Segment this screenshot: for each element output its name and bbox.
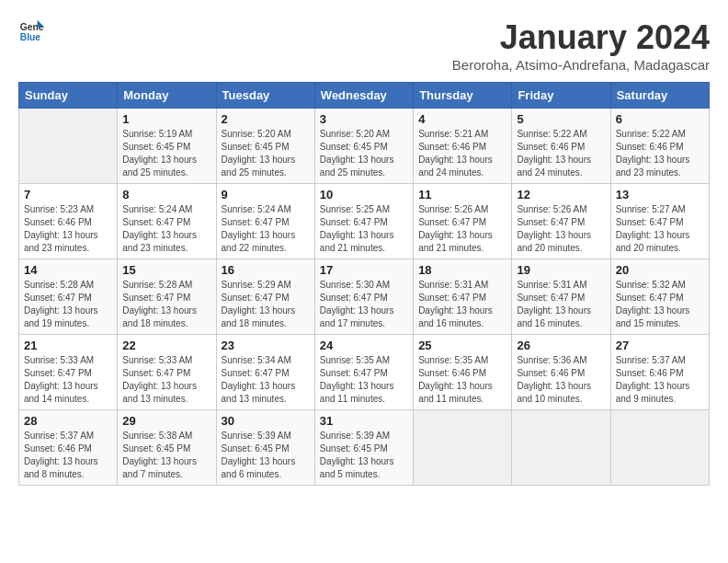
day-number: 24	[320, 339, 408, 352]
svg-text:Blue: Blue	[20, 32, 41, 42]
calendar-cell: 17Sunrise: 5:30 AM Sunset: 6:47 PM Dayli…	[314, 259, 413, 335]
day-info: Sunrise: 5:29 AM Sunset: 6:47 PM Dayligh…	[222, 279, 310, 330]
day-info: Sunrise: 5:25 AM Sunset: 6:47 PM Dayligh…	[320, 203, 408, 255]
calendar-week-row: 21Sunrise: 5:33 AM Sunset: 6:47 PM Dayli…	[19, 335, 710, 410]
day-number: 20	[616, 263, 704, 277]
calendar-cell: 10Sunrise: 5:25 AM Sunset: 6:47 PM Dayli…	[314, 184, 413, 259]
day-number: 5	[517, 112, 605, 126]
day-info: Sunrise: 5:28 AM Sunset: 6:47 PM Dayligh…	[24, 279, 112, 330]
calendar-cell: 9Sunrise: 5:24 AM Sunset: 6:47 PM Daylig…	[216, 184, 314, 259]
day-number: 10	[320, 188, 408, 201]
day-info: Sunrise: 5:30 AM Sunset: 6:47 PM Dayligh…	[320, 279, 408, 330]
day-number: 7	[24, 188, 112, 201]
calendar-cell: 13Sunrise: 5:27 AM Sunset: 6:47 PM Dayli…	[610, 184, 709, 259]
calendar-cell: 6Sunrise: 5:22 AM Sunset: 6:46 PM Daylig…	[610, 109, 709, 184]
calendar-cell: 5Sunrise: 5:22 AM Sunset: 6:46 PM Daylig…	[512, 109, 610, 184]
day-number: 25	[418, 339, 506, 352]
day-number: 4	[418, 112, 506, 126]
day-number: 23	[222, 339, 310, 352]
column-header-saturday: Saturday	[610, 83, 709, 109]
calendar-cell: 30Sunrise: 5:39 AM Sunset: 6:45 PM Dayli…	[216, 410, 314, 486]
day-info: Sunrise: 5:21 AM Sunset: 6:46 PM Dayligh…	[418, 128, 506, 179]
calendar-cell: 27Sunrise: 5:37 AM Sunset: 6:46 PM Dayli…	[610, 335, 709, 410]
calendar-header-row: SundayMondayTuesdayWednesdayThursdayFrid…	[19, 83, 710, 109]
day-info: Sunrise: 5:26 AM Sunset: 6:47 PM Dayligh…	[418, 203, 506, 255]
day-number: 18	[418, 263, 506, 277]
calendar-cell: 12Sunrise: 5:26 AM Sunset: 6:47 PM Dayli…	[512, 184, 610, 259]
day-info: Sunrise: 5:24 AM Sunset: 6:47 PM Dayligh…	[222, 203, 310, 255]
day-info: Sunrise: 5:24 AM Sunset: 6:47 PM Dayligh…	[122, 203, 210, 255]
calendar-cell: 19Sunrise: 5:31 AM Sunset: 6:47 PM Dayli…	[512, 259, 610, 335]
day-info: Sunrise: 5:26 AM Sunset: 6:47 PM Dayligh…	[517, 203, 605, 255]
calendar-cell: 14Sunrise: 5:28 AM Sunset: 6:47 PM Dayli…	[19, 259, 118, 335]
day-info: Sunrise: 5:31 AM Sunset: 6:47 PM Dayligh…	[517, 279, 605, 330]
column-header-friday: Friday	[512, 83, 610, 109]
day-number: 11	[418, 188, 506, 201]
calendar-cell: 4Sunrise: 5:21 AM Sunset: 6:46 PM Daylig…	[414, 109, 512, 184]
calendar-cell: 11Sunrise: 5:26 AM Sunset: 6:47 PM Dayli…	[414, 184, 512, 259]
calendar-cell: 2Sunrise: 5:20 AM Sunset: 6:45 PM Daylig…	[216, 109, 314, 184]
calendar-cell: 18Sunrise: 5:31 AM Sunset: 6:47 PM Dayli…	[414, 259, 512, 335]
calendar-cell: 8Sunrise: 5:24 AM Sunset: 6:47 PM Daylig…	[118, 184, 216, 259]
calendar-cell	[414, 410, 512, 486]
day-info: Sunrise: 5:33 AM Sunset: 6:47 PM Dayligh…	[122, 354, 210, 406]
day-info: Sunrise: 5:39 AM Sunset: 6:45 PM Dayligh…	[320, 430, 408, 481]
day-number: 26	[517, 339, 605, 352]
day-info: Sunrise: 5:27 AM Sunset: 6:47 PM Dayligh…	[616, 203, 704, 255]
calendar-cell: 22Sunrise: 5:33 AM Sunset: 6:47 PM Dayli…	[118, 335, 216, 410]
day-number: 28	[24, 414, 112, 428]
day-number: 3	[320, 112, 408, 126]
calendar-cell: 29Sunrise: 5:38 AM Sunset: 6:45 PM Dayli…	[118, 410, 216, 486]
day-number: 27	[616, 339, 704, 352]
day-number: 14	[24, 263, 112, 277]
calendar-cell: 15Sunrise: 5:28 AM Sunset: 6:47 PM Dayli…	[118, 259, 216, 335]
location-subtitle: Beroroha, Atsimo-Andrefana, Madagascar	[452, 57, 710, 73]
calendar-cell: 23Sunrise: 5:34 AM Sunset: 6:47 PM Dayli…	[216, 335, 314, 410]
day-number: 17	[320, 263, 408, 277]
column-header-monday: Monday	[118, 83, 216, 109]
day-info: Sunrise: 5:39 AM Sunset: 6:45 PM Dayligh…	[222, 430, 310, 481]
logo-icon: General Blue	[18, 18, 44, 44]
day-number: 1	[122, 112, 210, 126]
month-title: January 2024	[452, 18, 710, 57]
day-number: 9	[222, 188, 310, 201]
column-header-sunday: Sunday	[19, 83, 118, 109]
day-number: 31	[320, 414, 408, 428]
calendar-cell: 25Sunrise: 5:35 AM Sunset: 6:46 PM Dayli…	[414, 335, 512, 410]
day-number: 21	[24, 339, 112, 352]
day-info: Sunrise: 5:37 AM Sunset: 6:46 PM Dayligh…	[616, 354, 704, 406]
day-info: Sunrise: 5:32 AM Sunset: 6:47 PM Dayligh…	[616, 279, 704, 330]
calendar-cell: 26Sunrise: 5:36 AM Sunset: 6:46 PM Dayli…	[512, 335, 610, 410]
day-info: Sunrise: 5:33 AM Sunset: 6:47 PM Dayligh…	[24, 354, 112, 406]
day-info: Sunrise: 5:38 AM Sunset: 6:45 PM Dayligh…	[122, 430, 210, 481]
day-info: Sunrise: 5:22 AM Sunset: 6:46 PM Dayligh…	[616, 128, 704, 179]
calendar-week-row: 7Sunrise: 5:23 AM Sunset: 6:46 PM Daylig…	[19, 184, 710, 259]
calendar-cell	[19, 109, 118, 184]
day-number: 6	[616, 112, 704, 126]
day-info: Sunrise: 5:35 AM Sunset: 6:47 PM Dayligh…	[320, 354, 408, 406]
day-number: 22	[122, 339, 210, 352]
calendar-cell: 7Sunrise: 5:23 AM Sunset: 6:46 PM Daylig…	[19, 184, 118, 259]
day-number: 29	[122, 414, 210, 428]
calendar-cell: 31Sunrise: 5:39 AM Sunset: 6:45 PM Dayli…	[314, 410, 413, 486]
day-number: 15	[122, 263, 210, 277]
day-number: 13	[616, 188, 704, 201]
calendar-cell: 16Sunrise: 5:29 AM Sunset: 6:47 PM Dayli…	[216, 259, 314, 335]
calendar-week-row: 1Sunrise: 5:19 AM Sunset: 6:45 PM Daylig…	[19, 109, 710, 184]
day-info: Sunrise: 5:37 AM Sunset: 6:46 PM Dayligh…	[24, 430, 112, 481]
day-number: 12	[517, 188, 605, 201]
day-info: Sunrise: 5:36 AM Sunset: 6:46 PM Dayligh…	[517, 354, 605, 406]
calendar-cell: 24Sunrise: 5:35 AM Sunset: 6:47 PM Dayli…	[314, 335, 413, 410]
day-info: Sunrise: 5:28 AM Sunset: 6:47 PM Dayligh…	[122, 279, 210, 330]
calendar-cell: 21Sunrise: 5:33 AM Sunset: 6:47 PM Dayli…	[19, 335, 118, 410]
calendar-cell: 1Sunrise: 5:19 AM Sunset: 6:45 PM Daylig…	[118, 109, 216, 184]
day-number: 30	[222, 414, 310, 428]
day-info: Sunrise: 5:35 AM Sunset: 6:46 PM Dayligh…	[418, 354, 506, 406]
title-block: January 2024 Beroroha, Atsimo-Andrefana,…	[452, 18, 710, 73]
day-info: Sunrise: 5:20 AM Sunset: 6:45 PM Dayligh…	[222, 128, 310, 179]
day-info: Sunrise: 5:20 AM Sunset: 6:45 PM Dayligh…	[320, 128, 408, 179]
logo: General Blue	[18, 18, 44, 44]
day-number: 8	[122, 188, 210, 201]
column-header-wednesday: Wednesday	[314, 83, 413, 109]
calendar-cell: 20Sunrise: 5:32 AM Sunset: 6:47 PM Dayli…	[610, 259, 709, 335]
